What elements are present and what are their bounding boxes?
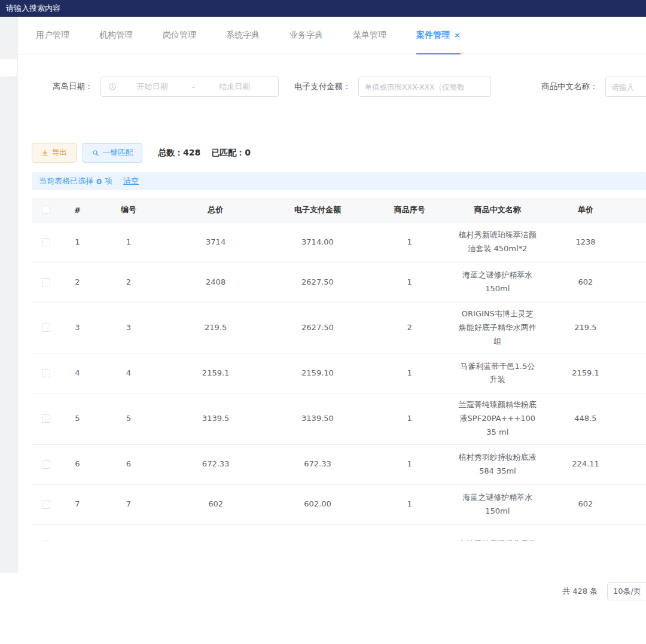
row-checkbox-cell <box>32 353 60 393</box>
col-header-code: 编号 <box>95 198 163 222</box>
cell-code: 5 <box>95 393 163 444</box>
cell-index: 5 <box>60 393 94 444</box>
select-all-cell <box>32 198 60 222</box>
cell-epay-amount: 2627.50 <box>269 303 367 353</box>
table-row: 7 7 602 602.00 1 海蓝之谜修护精萃水 150ml 602 <box>32 485 646 525</box>
tab-system-dict[interactable]: 系统字典 <box>226 17 260 54</box>
tab-menu-management[interactable]: 菜单管理 <box>353 17 386 54</box>
one-click-match-button[interactable]: 一键匹配 <box>83 143 142 163</box>
cell-product-name: 兰蔻菁纯臻颜精华粉底液SPF20PA+++100 35 ml <box>452 393 543 444</box>
cell-unit-price: 602 <box>543 485 628 524</box>
cell-product-name: 植村秀羽纱持妆粉底液 584 35ml <box>452 445 543 484</box>
selection-suffix: 项 <box>105 176 112 187</box>
row-checkbox[interactable] <box>42 460 50 469</box>
cell-unit-price: 1238 <box>543 222 628 262</box>
cell-unit-price: 602 <box>543 263 628 302</box>
cell-index: 7 <box>60 485 94 524</box>
cell-filler <box>629 263 646 302</box>
cell-code: 6 <box>95 445 163 484</box>
global-search-input[interactable]: 请输入搜索内容 <box>6 3 60 14</box>
col-header-unit-price: 单价 <box>543 198 628 222</box>
page-size-select[interactable]: 10条/页 ▾ <box>607 582 646 600</box>
selection-info-bar: 当前表格已选择 0 项 清空 <box>32 172 646 190</box>
start-date-placeholder[interactable]: 开始日期 <box>117 81 189 92</box>
tab-org-management[interactable]: 机构管理 <box>99 17 133 54</box>
row-checkbox[interactable] <box>42 323 50 332</box>
row-checkbox[interactable] <box>42 238 50 246</box>
cell-total-price: 672.33 <box>163 445 269 484</box>
cell-filler <box>629 222 646 262</box>
cell-product-seq: 1 <box>367 263 452 302</box>
export-button[interactable]: 导出 <box>32 143 77 163</box>
cell-code: 4 <box>95 353 163 393</box>
row-checkbox-cell <box>32 393 60 444</box>
cell-code: 2 <box>95 263 163 302</box>
row-checkbox[interactable] <box>42 500 50 509</box>
pagination-total: 共 428 条 <box>562 586 598 597</box>
row-checkbox[interactable] <box>42 414 50 423</box>
table-toolbar: 导出 一键匹配 总数：428 已匹配：0 <box>32 143 251 163</box>
totals-summary: 总数：428 已匹配：0 <box>158 148 251 158</box>
table-row: 8 8 1300.47 1300.47 1 卡诗菁纯亮泽经典香氛 150.47 <box>32 525 646 542</box>
cell-epay-amount: 3714.00 <box>269 222 367 262</box>
page-size-value: 10条/页 <box>613 586 641 597</box>
cell-product-seq: 1 <box>367 353 452 393</box>
cell-index: 8 <box>60 525 94 542</box>
row-checkbox[interactable] <box>42 369 50 377</box>
top-navbar: 请输入搜索内容 <box>0 0 646 17</box>
row-checkbox-cell <box>32 222 60 262</box>
cell-filler <box>629 445 646 484</box>
cell-filler <box>629 303 646 353</box>
cell-product-seq: 2 <box>367 303 452 353</box>
date-range-picker[interactable]: 开始日期 - 结束日期 <box>100 77 279 97</box>
epay-amount-input[interactable] <box>358 77 491 97</box>
col-header-seq: 商品序号 <box>367 198 452 222</box>
filter-departure-date: 离岛日期： 开始日期 - 结束日期 <box>53 76 279 97</box>
cell-product-name: 海蓝之谜修护精萃水 150ml <box>452 485 543 524</box>
close-tab-icon[interactable]: × <box>454 31 461 39</box>
clear-selection-link[interactable]: 清空 <box>123 176 139 187</box>
product-name-input[interactable] <box>605 77 646 97</box>
table-row: 4 4 2159.1 2159.10 1 马爹利蓝带干邑1.5公升装 2159.… <box>32 353 646 393</box>
cell-product-seq: 1 <box>367 222 452 262</box>
tab-post-management[interactable]: 岗位管理 <box>163 17 196 54</box>
left-gutter <box>0 17 18 573</box>
cell-index: 2 <box>60 263 94 302</box>
col-header-name: 商品中文名称 <box>452 198 543 222</box>
matched-label: 已匹配： <box>211 148 245 157</box>
selection-prefix: 当前表格已选择 <box>39 176 93 187</box>
tab-user-management[interactable]: 用户管理 <box>36 17 69 54</box>
cell-filler <box>629 525 646 542</box>
row-checkbox[interactable] <box>42 541 50 542</box>
cell-product-name: 马爹利蓝带干邑1.5公升装 <box>452 353 543 393</box>
cell-epay-amount: 672.33 <box>269 445 367 484</box>
cell-product-name: ORIGINS韦博士灵芝焕能好底子精华水两件组 <box>452 303 543 353</box>
row-checkbox[interactable] <box>42 278 50 286</box>
sidebar-collapse-handle[interactable] <box>0 58 18 77</box>
cell-product-seq: 1 <box>367 485 452 524</box>
tab-business-dict[interactable]: 业务字典 <box>290 17 323 54</box>
cell-index: 3 <box>60 303 94 353</box>
cell-total-price: 602 <box>163 485 269 524</box>
table-row: 3 3 219.5 2627.50 2 ORIGINS韦博士灵芝焕能好底子精华水… <box>32 303 646 353</box>
cell-epay-amount: 2159.10 <box>269 353 367 393</box>
table-row: 6 6 672.33 672.33 1 植村秀羽纱持妆粉底液 584 35ml … <box>32 445 646 485</box>
search-icon <box>92 149 99 157</box>
select-all-checkbox[interactable] <box>42 206 50 214</box>
cell-code: 8 <box>95 525 163 542</box>
table-row: 2 2 2408 2627.50 1 海蓝之谜修护精萃水 150ml 602 <box>32 263 646 303</box>
col-header-index: # <box>60 198 94 222</box>
total-value: 428 <box>183 148 200 157</box>
cell-epay-amount: 3139.50 <box>269 393 367 444</box>
table-row: 5 5 3139.5 3139.50 1 兰蔻菁纯臻颜精华粉底液SPF20PA+… <box>32 393 646 444</box>
cell-unit-price: 448.5 <box>543 393 628 444</box>
table-body: 1 1 3714 3714.00 1 植村秀新琥珀臻萃洁颜油套装 450ml*2… <box>32 222 646 541</box>
cell-index: 1 <box>60 222 94 262</box>
tab-case-management[interactable]: 案件管理 × <box>416 17 461 54</box>
table-row: 1 1 3714 3714.00 1 植村秀新琥珀臻萃洁颜油套装 450ml*2… <box>32 222 646 263</box>
cell-product-seq: 1 <box>367 393 452 444</box>
epay-amount-label: 电子支付金额： <box>294 81 351 92</box>
cell-filler <box>629 393 646 444</box>
end-date-placeholder[interactable]: 结束日期 <box>199 81 271 92</box>
matched-value: 0 <box>245 148 251 157</box>
